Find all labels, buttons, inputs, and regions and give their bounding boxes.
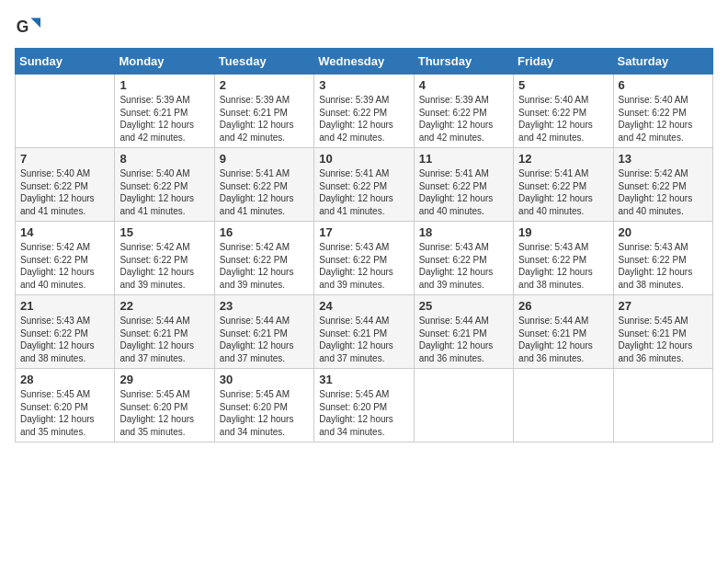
calendar-cell: 18Sunrise: 5:43 AMSunset: 6:22 PMDayligh…: [414, 222, 513, 295]
day-content: Sunrise: 5:41 AMSunset: 6:22 PMDaylight:…: [319, 167, 408, 217]
week-row-3: 14Sunrise: 5:42 AMSunset: 6:22 PMDayligh…: [16, 222, 713, 295]
day-content: Sunrise: 5:39 AMSunset: 6:22 PMDaylight:…: [319, 94, 408, 144]
day-number: 25: [419, 299, 508, 313]
day-number: 3: [319, 78, 408, 92]
day-content: Sunrise: 5:42 AMSunset: 6:22 PMDaylight:…: [619, 167, 708, 217]
day-content: Sunrise: 5:43 AMSunset: 6:22 PMDaylight:…: [619, 241, 708, 291]
logo: G: [15, 15, 44, 40]
day-number: 5: [518, 78, 608, 92]
calendar-cell: 25Sunrise: 5:44 AMSunset: 6:21 PMDayligh…: [414, 295, 513, 369]
calendar-cell: 6Sunrise: 5:40 AMSunset: 6:22 PMDaylight…: [613, 75, 712, 148]
svg-text:G: G: [17, 17, 29, 36]
day-number: 30: [220, 373, 309, 386]
day-number: 7: [20, 152, 109, 166]
day-content: Sunrise: 5:40 AMSunset: 6:22 PMDaylight:…: [518, 94, 608, 144]
logo-icon: G: [15, 15, 40, 40]
day-number: 23: [220, 299, 309, 313]
day-number: 19: [518, 225, 608, 239]
day-number: 18: [419, 225, 508, 239]
calendar-cell: 14Sunrise: 5:42 AMSunset: 6:22 PMDayligh…: [16, 222, 115, 295]
day-content: Sunrise: 5:43 AMSunset: 6:22 PMDaylight:…: [319, 241, 408, 291]
calendar-cell: 20Sunrise: 5:43 AMSunset: 6:22 PMDayligh…: [613, 222, 712, 295]
day-content: Sunrise: 5:44 AMSunset: 6:21 PMDaylight:…: [319, 315, 408, 364]
day-content: Sunrise: 5:41 AMSunset: 6:22 PMDaylight:…: [419, 167, 508, 217]
day-number: 1: [119, 78, 209, 92]
day-number: 4: [419, 78, 508, 92]
calendar-cell: 13Sunrise: 5:42 AMSunset: 6:22 PMDayligh…: [613, 148, 712, 222]
day-number: 12: [518, 152, 608, 166]
day-content: Sunrise: 5:39 AMSunset: 6:21 PMDaylight:…: [220, 94, 309, 144]
day-number: 11: [419, 152, 508, 166]
calendar-cell: 27Sunrise: 5:45 AMSunset: 6:21 PMDayligh…: [613, 295, 712, 369]
calendar-cell: 24Sunrise: 5:44 AMSunset: 6:21 PMDayligh…: [314, 295, 414, 369]
header-friday: Friday: [514, 49, 613, 75]
day-number: 15: [119, 225, 209, 239]
day-content: Sunrise: 5:40 AMSunset: 6:22 PMDaylight:…: [20, 167, 109, 217]
header-row: SundayMondayTuesdayWednesdayThursdayFrid…: [16, 49, 713, 75]
calendar-cell: 3Sunrise: 5:39 AMSunset: 6:22 PMDaylight…: [314, 75, 414, 148]
calendar-cell: [414, 369, 513, 442]
week-row-4: 21Sunrise: 5:43 AMSunset: 6:22 PMDayligh…: [16, 295, 713, 369]
day-content: Sunrise: 5:42 AMSunset: 6:22 PMDaylight:…: [20, 241, 109, 291]
day-content: Sunrise: 5:45 AMSunset: 6:20 PMDaylight:…: [119, 388, 209, 438]
day-number: 26: [518, 299, 608, 313]
header-monday: Monday: [115, 49, 214, 75]
header-thursday: Thursday: [414, 49, 513, 75]
day-content: Sunrise: 5:43 AMSunset: 6:22 PMDaylight:…: [518, 241, 608, 291]
week-row-5: 28Sunrise: 5:45 AMSunset: 6:20 PMDayligh…: [16, 369, 713, 442]
day-number: 20: [619, 225, 708, 239]
calendar-cell: 26Sunrise: 5:44 AMSunset: 6:21 PMDayligh…: [514, 295, 613, 369]
calendar-cell: 11Sunrise: 5:41 AMSunset: 6:22 PMDayligh…: [414, 148, 513, 222]
page-header: G: [15, 15, 713, 40]
calendar-cell: 16Sunrise: 5:42 AMSunset: 6:22 PMDayligh…: [214, 222, 313, 295]
calendar-cell: 4Sunrise: 5:39 AMSunset: 6:22 PMDaylight…: [414, 75, 513, 148]
day-number: 6: [619, 78, 708, 92]
day-content: Sunrise: 5:43 AMSunset: 6:22 PMDaylight:…: [419, 241, 508, 291]
day-content: Sunrise: 5:45 AMSunset: 6:21 PMDaylight:…: [619, 315, 708, 364]
day-content: Sunrise: 5:40 AMSunset: 6:22 PMDaylight:…: [119, 167, 209, 217]
week-row-1: 1Sunrise: 5:39 AMSunset: 6:21 PMDaylight…: [16, 75, 713, 148]
day-content: Sunrise: 5:41 AMSunset: 6:22 PMDaylight:…: [220, 167, 309, 217]
calendar-cell: [514, 369, 613, 442]
day-number: 10: [319, 152, 408, 166]
day-content: Sunrise: 5:44 AMSunset: 6:21 PMDaylight:…: [119, 315, 209, 364]
header-sunday: Sunday: [16, 49, 115, 75]
day-content: Sunrise: 5:45 AMSunset: 6:20 PMDaylight:…: [319, 388, 408, 438]
day-number: 24: [319, 299, 408, 313]
day-content: Sunrise: 5:45 AMSunset: 6:20 PMDaylight:…: [20, 388, 109, 438]
week-row-2: 7Sunrise: 5:40 AMSunset: 6:22 PMDaylight…: [16, 148, 713, 222]
day-content: Sunrise: 5:43 AMSunset: 6:22 PMDaylight:…: [20, 315, 109, 364]
header-wednesday: Wednesday: [314, 49, 414, 75]
day-content: Sunrise: 5:44 AMSunset: 6:21 PMDaylight:…: [518, 315, 608, 364]
calendar-cell: 1Sunrise: 5:39 AMSunset: 6:21 PMDaylight…: [115, 75, 214, 148]
calendar-table: SundayMondayTuesdayWednesdayThursdayFrid…: [15, 48, 713, 442]
day-content: Sunrise: 5:42 AMSunset: 6:22 PMDaylight:…: [119, 241, 209, 291]
day-content: Sunrise: 5:39 AMSunset: 6:22 PMDaylight:…: [419, 94, 508, 144]
day-number: 21: [20, 299, 109, 313]
day-content: Sunrise: 5:44 AMSunset: 6:21 PMDaylight:…: [419, 315, 508, 364]
calendar-cell: 17Sunrise: 5:43 AMSunset: 6:22 PMDayligh…: [314, 222, 414, 295]
calendar-cell: [613, 369, 712, 442]
day-number: 8: [119, 152, 209, 166]
day-content: Sunrise: 5:41 AMSunset: 6:22 PMDaylight:…: [518, 167, 608, 217]
calendar-cell: 28Sunrise: 5:45 AMSunset: 6:20 PMDayligh…: [16, 369, 115, 442]
day-content: Sunrise: 5:39 AMSunset: 6:21 PMDaylight:…: [119, 94, 209, 144]
day-content: Sunrise: 5:40 AMSunset: 6:22 PMDaylight:…: [619, 94, 708, 144]
calendar-cell: 22Sunrise: 5:44 AMSunset: 6:21 PMDayligh…: [115, 295, 214, 369]
calendar-cell: 29Sunrise: 5:45 AMSunset: 6:20 PMDayligh…: [115, 369, 214, 442]
day-content: Sunrise: 5:44 AMSunset: 6:21 PMDaylight:…: [220, 315, 309, 364]
calendar-cell: 30Sunrise: 5:45 AMSunset: 6:20 PMDayligh…: [214, 369, 313, 442]
day-number: 13: [619, 152, 708, 166]
header-tuesday: Tuesday: [214, 49, 313, 75]
calendar-cell: 23Sunrise: 5:44 AMSunset: 6:21 PMDayligh…: [214, 295, 313, 369]
calendar-cell: 8Sunrise: 5:40 AMSunset: 6:22 PMDaylight…: [115, 148, 214, 222]
calendar-cell: 7Sunrise: 5:40 AMSunset: 6:22 PMDaylight…: [16, 148, 115, 222]
day-number: 29: [119, 373, 209, 386]
calendar-cell: 19Sunrise: 5:43 AMSunset: 6:22 PMDayligh…: [514, 222, 613, 295]
svg-marker-1: [31, 18, 41, 29]
calendar-cell: 5Sunrise: 5:40 AMSunset: 6:22 PMDaylight…: [514, 75, 613, 148]
day-content: Sunrise: 5:45 AMSunset: 6:20 PMDaylight:…: [220, 388, 309, 438]
calendar-cell: 12Sunrise: 5:41 AMSunset: 6:22 PMDayligh…: [514, 148, 613, 222]
day-number: 22: [119, 299, 209, 313]
calendar-cell: 31Sunrise: 5:45 AMSunset: 6:20 PMDayligh…: [314, 369, 414, 442]
